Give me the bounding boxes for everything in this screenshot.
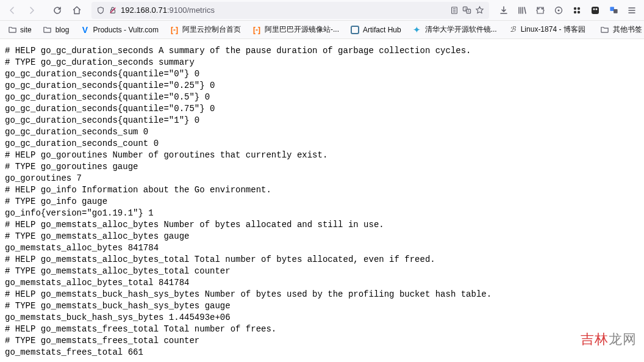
svg-rect-20 (614, 9, 618, 13)
library-icon[interactable] (513, 2, 531, 19)
bookmark-label: 清华大学开源软件镜... (425, 24, 497, 35)
bookmark-label: blog (55, 26, 70, 34)
ext2-icon[interactable] (568, 2, 585, 19)
browser-toolbar: 192.168.0.71:9100/metrics 文A (0, 0, 644, 21)
reload-button[interactable] (49, 2, 66, 19)
svg-rect-19 (610, 7, 614, 11)
tsinghua-icon: ✦ (412, 25, 422, 35)
bookmark-label: Linux-1874 - 博客园 (521, 24, 585, 35)
home-button[interactable] (68, 2, 85, 19)
address-bar[interactable]: 192.168.0.71:9100/metrics 文A (91, 2, 489, 19)
ext1-icon[interactable] (550, 2, 567, 19)
svg-point-12 (574, 7, 576, 9)
metrics-output: # HELP go_gc_duration_seconds A summary … (0, 39, 644, 362)
downloads-icon[interactable] (495, 2, 512, 19)
aliyun-icon: [-] (170, 25, 179, 35)
menu-icon[interactable] (623, 2, 640, 19)
bookmark-vultr[interactable]: V Products - Vultr.com (76, 23, 162, 37)
svg-point-17 (593, 8, 595, 10)
ext3-icon[interactable] (587, 2, 604, 19)
bookmark-label: 阿里云控制台首页 (182, 24, 241, 35)
cnblogs-icon: ℬ (508, 25, 518, 35)
insecure-icon (109, 6, 117, 15)
svg-text:文: 文 (464, 7, 467, 11)
bookmark-star-icon[interactable] (475, 5, 484, 15)
folder-icon (600, 25, 610, 35)
reader-mode-icon[interactable] (450, 6, 459, 15)
bookmark-label: site (20, 26, 32, 34)
vultr-icon: V (80, 25, 90, 35)
aliyun-icon: [-] (252, 25, 262, 35)
toolbar-right (495, 2, 640, 19)
svg-point-15 (578, 10, 580, 13)
svg-point-14 (574, 10, 576, 13)
shield-icon (96, 6, 105, 15)
bookmark-linux[interactable]: ℬ Linux-1874 - 博客园 (504, 23, 589, 37)
bookmark-label: Products - Vultr.com (93, 26, 159, 34)
url-text: 192.168.0.71:9100/metrics (121, 5, 446, 15)
bookmark-aliyun-console[interactable]: [-] 阿里云控制台首页 (166, 23, 245, 37)
extensions-icon[interactable] (532, 2, 549, 19)
svg-rect-16 (592, 7, 599, 14)
ext4-icon[interactable] (605, 2, 622, 19)
bookmark-other[interactable]: 其他书签 (596, 23, 644, 37)
bookmark-aliyun-mirror[interactable]: [-] 阿里巴巴开源镜像站-... (248, 23, 343, 37)
bookmark-label: 其他书签 (613, 24, 642, 35)
translate-icon[interactable]: 文A (462, 5, 471, 15)
folder-icon (43, 25, 52, 35)
artifact-icon (350, 25, 360, 35)
back-button[interactable] (4, 2, 21, 19)
bookmark-site[interactable]: site (4, 23, 35, 37)
svg-point-11 (558, 9, 560, 11)
bookmark-tsinghua[interactable]: ✦ 清华大学开源软件镜... (409, 23, 501, 37)
bookmark-label: 阿里巴巴开源镜像站-... (265, 24, 339, 35)
folder-icon (7, 25, 17, 35)
svg-point-13 (578, 7, 580, 9)
bookmark-artifact[interactable]: Artifact Hub (346, 23, 405, 37)
bookmark-label: Artifact Hub (363, 26, 401, 34)
forward-button[interactable] (23, 2, 40, 19)
svg-point-18 (596, 8, 598, 10)
bookmark-bar: site blog V Products - Vultr.com [-] 阿里云… (0, 21, 644, 39)
watermark: 吉林龙网 (581, 330, 637, 349)
bookmark-blog[interactable]: blog (39, 23, 73, 37)
